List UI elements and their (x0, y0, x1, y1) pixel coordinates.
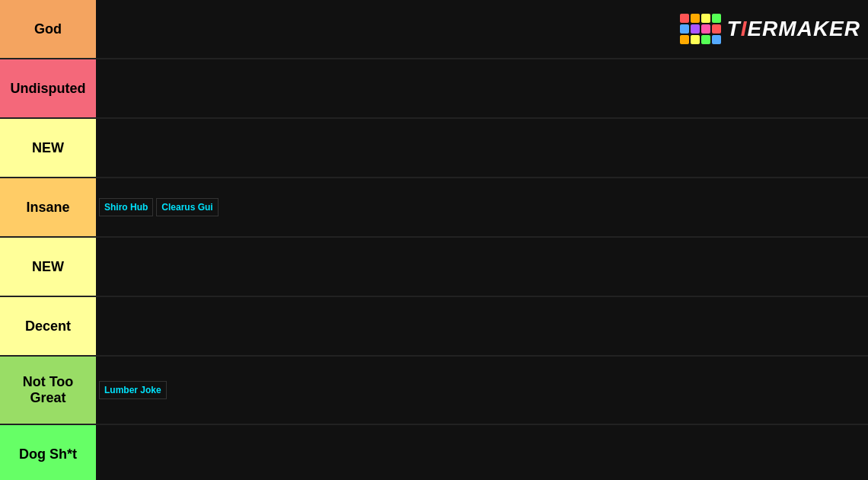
list-item[interactable]: Lumber Joke (99, 381, 167, 399)
tier-label-not-too-great: Not Too Great (0, 357, 96, 424)
tier-table: GodTiERMAKERUndisputedNEWInsaneShiro Hub… (0, 0, 868, 480)
tier-row-new1: NEW (0, 119, 868, 178)
tier-row-undisputed: Undisputed (0, 59, 868, 119)
tier-row-insane: InsaneShiro HubClearus Gui (0, 178, 868, 238)
tier-label-insane: Insane (0, 178, 96, 236)
tier-content-new1 (96, 119, 868, 177)
tier-row-decent: Decent (0, 297, 868, 357)
tier-label-undisputed: Undisputed (0, 59, 96, 117)
logo-text: TiERMAKER (727, 17, 860, 41)
tier-label-decent: Decent (0, 297, 96, 355)
tier-label-new2: NEW (0, 238, 96, 296)
list-item[interactable]: Clearus Gui (156, 198, 218, 216)
tier-content-new2 (96, 238, 868, 296)
list-item[interactable]: Shiro Hub (99, 198, 153, 216)
tiermaker-logo: TiERMAKER (680, 14, 860, 44)
tier-label-god: God (0, 0, 96, 58)
tier-label-new1: NEW (0, 119, 96, 177)
tier-row-not-too-great: Not Too GreatLumber Joke (0, 357, 868, 425)
tier-content-god: TiERMAKER (96, 0, 868, 58)
tier-content-decent (96, 297, 868, 355)
tier-content-dog-shit (96, 425, 868, 480)
tier-content-undisputed (96, 59, 868, 117)
tier-content-not-too-great: Lumber Joke (96, 357, 868, 424)
tier-row-new2: NEW (0, 238, 868, 297)
tier-row-dog-shit: Dog Sh*t (0, 425, 868, 480)
tier-content-insane: Shiro HubClearus Gui (96, 178, 868, 236)
tier-row-god: GodTiERMAKER (0, 0, 868, 59)
tier-label-dog-shit: Dog Sh*t (0, 425, 96, 480)
